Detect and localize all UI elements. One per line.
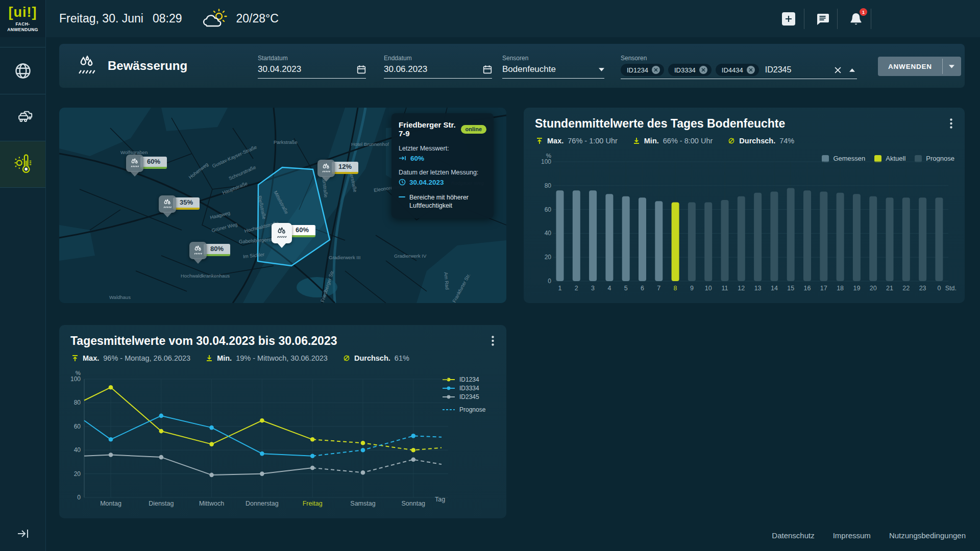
svg-text:16: 16 bbox=[804, 285, 811, 292]
last-value-label: Letzter Messwert: bbox=[399, 145, 486, 152]
data-point-ID1234 bbox=[260, 418, 264, 423]
hourly-stats: Max.76% - 1:00 Uhr Min.66% - 8:00 Uhr Du… bbox=[536, 137, 794, 145]
sensor-type-field: Sensoren Bodenfeuchte bbox=[502, 55, 604, 79]
irrigation-pin-icon bbox=[272, 223, 292, 243]
map-marker[interactable]: 35% bbox=[159, 195, 176, 217]
bar-6 bbox=[639, 197, 646, 281]
bar-5 bbox=[622, 196, 630, 281]
footer-link[interactable]: Datenschutz bbox=[772, 531, 814, 540]
data-point-ID1234 bbox=[209, 442, 214, 446]
bar-11 bbox=[721, 200, 729, 281]
map-tooltip: Friedberger Str. 7-9 online Letzter Mess… bbox=[391, 113, 494, 218]
apply-button[interactable]: ANWENDEN bbox=[878, 57, 942, 76]
sensor-chip[interactable]: ID4434 bbox=[716, 64, 759, 76]
data-point-ID3334 bbox=[159, 414, 164, 418]
data-point-ID3334 bbox=[260, 452, 264, 456]
daily-chart-title: Tagesmittelwerte vom 30.04.2023 bis 30.0… bbox=[70, 334, 337, 348]
kebab-menu-icon[interactable] bbox=[944, 117, 958, 130]
svg-text:9: 9 bbox=[690, 285, 694, 292]
footer-link[interactable]: Impressum bbox=[833, 531, 871, 540]
bar-7 bbox=[655, 201, 663, 281]
sun-cloud-icon bbox=[202, 9, 229, 29]
startdate-value: 30.04.2023 bbox=[258, 64, 301, 74]
sensor-chip[interactable]: ID3334 bbox=[668, 64, 712, 76]
bar-13 bbox=[754, 193, 762, 281]
chevron-down-icon bbox=[599, 68, 604, 71]
chip-remove-icon[interactable] bbox=[747, 66, 755, 74]
messages-button[interactable] bbox=[815, 11, 830, 27]
bar-19 bbox=[853, 194, 861, 281]
sensor-ids-actions bbox=[835, 67, 855, 73]
sensor-ids-input-row[interactable]: ID1234 ID3334 ID4434 ID2345 bbox=[621, 64, 857, 79]
status-badge: online bbox=[461, 125, 486, 134]
kebab-menu-icon[interactable] bbox=[486, 334, 499, 347]
bar-10 bbox=[704, 203, 712, 281]
svg-text:14: 14 bbox=[771, 285, 778, 292]
svg-text:20: 20 bbox=[74, 470, 81, 478]
chevron-down-icon bbox=[949, 65, 954, 68]
startdate-input[interactable]: 30.04.2023 bbox=[258, 64, 366, 79]
pin-tail bbox=[321, 176, 331, 182]
sensor-chip[interactable]: ID1234 bbox=[621, 64, 664, 76]
svg-text:0: 0 bbox=[937, 285, 941, 292]
calendar-icon[interactable] bbox=[483, 65, 492, 74]
bar-15 bbox=[787, 188, 795, 281]
map-marker[interactable]: 80% bbox=[189, 242, 207, 264]
last-value: 60% bbox=[410, 155, 424, 162]
add-widget-button[interactable] bbox=[782, 12, 795, 26]
svg-text:8: 8 bbox=[674, 285, 677, 292]
topbar-divider bbox=[871, 9, 871, 29]
pin-tail bbox=[277, 242, 287, 248]
bar-21 bbox=[886, 197, 894, 281]
map-marker[interactable]: 60% bbox=[126, 155, 143, 177]
max-stat: Max.96% - Montag, 26.06.2023 bbox=[71, 354, 190, 362]
weather: 20/28°C bbox=[202, 9, 278, 29]
svg-text:6: 6 bbox=[641, 285, 644, 292]
sidebar-item-map[interactable] bbox=[0, 47, 45, 94]
footer-link[interactable]: Nutzungsbedingungen bbox=[889, 531, 966, 540]
svg-text:13: 13 bbox=[754, 285, 762, 292]
sensor-type-select[interactable]: Bodenfeuchte bbox=[502, 64, 604, 79]
filter-panel: Bewässerung Startdatum 30.04.2023 Enddat… bbox=[59, 44, 965, 88]
chip-remove-icon[interactable] bbox=[699, 66, 707, 74]
topbar-divider bbox=[804, 9, 804, 29]
chip-remove-icon[interactable] bbox=[652, 66, 660, 74]
pin-tail bbox=[162, 212, 173, 217]
svg-text:18: 18 bbox=[837, 285, 844, 292]
sidebar-item-traffic[interactable] bbox=[0, 94, 45, 141]
max-icon bbox=[536, 137, 543, 144]
enddate-value: 30.06.2023 bbox=[384, 64, 427, 74]
bar-2 bbox=[573, 190, 580, 281]
notifications-button[interactable]: 1 bbox=[848, 11, 864, 27]
sensor-ids-field: Sensoren ID1234 ID3334 ID4434 ID2345 bbox=[621, 55, 857, 79]
data-point-ID3334 bbox=[109, 437, 113, 442]
plus-icon bbox=[785, 15, 792, 22]
svg-text:0: 0 bbox=[77, 494, 81, 501]
sidebar-item-sensors[interactable] bbox=[0, 141, 45, 188]
data-point-ID2345 bbox=[159, 455, 164, 460]
data-point-ID2345 bbox=[209, 473, 214, 478]
startdate-field: Startdatum 30.04.2023 bbox=[258, 55, 366, 79]
svg-text:Std.: Std. bbox=[945, 285, 957, 292]
tooltip-title: Friedberger Str. 7-9 bbox=[399, 120, 458, 138]
enddate-input[interactable]: 30.06.2023 bbox=[384, 64, 492, 79]
apply-dropdown-button[interactable] bbox=[943, 57, 961, 76]
street-label: Waldhaus bbox=[109, 294, 131, 300]
map-marker[interactable]: 12% bbox=[317, 160, 335, 182]
svg-text:Montag: Montag bbox=[100, 500, 121, 507]
page-title: Bewässerung bbox=[108, 59, 187, 73]
svg-text:23: 23 bbox=[919, 285, 926, 292]
map-marker[interactable]: 60% bbox=[272, 223, 292, 248]
calendar-icon[interactable] bbox=[357, 65, 366, 74]
map-panel[interactable]: WolfsgrabenHohenwegGustav-Kayser-StraßeS… bbox=[59, 108, 506, 303]
svg-text:%: % bbox=[546, 154, 551, 159]
marker-value-label: 80% bbox=[204, 244, 230, 256]
data-point-ID2345 bbox=[260, 471, 264, 476]
svg-text:5: 5 bbox=[624, 285, 628, 292]
sensor-id-input[interactable]: ID2345 bbox=[765, 65, 830, 74]
avg-stat: Durchsch.74% bbox=[728, 137, 794, 145]
clear-icon[interactable] bbox=[835, 67, 841, 73]
data-point-ID2345 bbox=[411, 457, 416, 462]
chevron-up-icon[interactable] bbox=[849, 68, 855, 72]
sidebar-collapse-button[interactable] bbox=[0, 528, 45, 540]
